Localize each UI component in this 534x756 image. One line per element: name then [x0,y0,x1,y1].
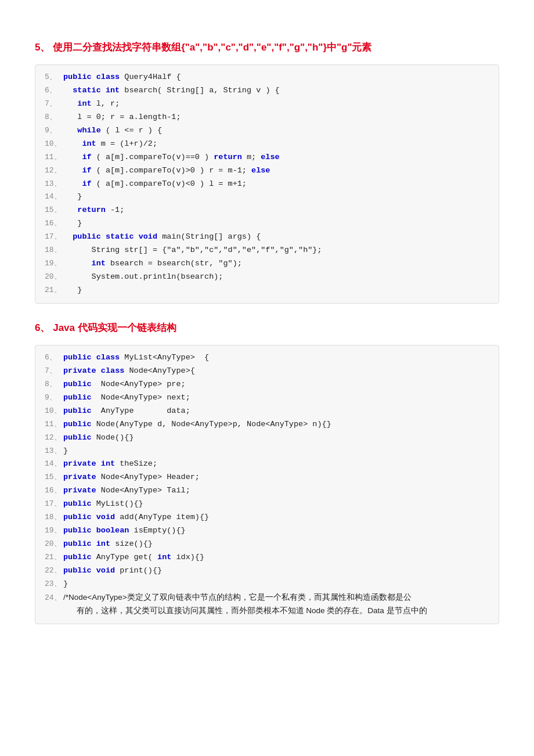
code-line: 24、 /*Node<AnyType>类定义了双向链表中节点的结构，它是一个私有… [45,591,489,618]
code-line: 8、 public Node<AnyType> pre; [45,378,489,391]
code-line: 16、 private Node<AnyType> Tail; [45,484,489,498]
code-line: 19、 public boolean isEmpty(){} [45,524,489,538]
code-line: 7、 int l, r; [45,98,489,111]
code-line: 6、 public class MyList<AnyType> { [45,351,489,365]
code-line: 11、 if ( a[m].compareTo(v)==0 ) return m… [45,151,489,164]
code-line: 12、 if ( a[m].compareTo(v)>0 ) r = m-1; … [45,164,489,178]
code-line: 18、 public void add(AnyType item){} [45,511,489,524]
code-line: 6、 static int bsearch( String[] a, Strin… [45,84,489,98]
code-line: 21、 public AnyType get( int idx){} [45,551,489,564]
code-line: 17、 public static void main(String[] arg… [45,231,489,244]
section-6-title: 6、 Java 代码实现一个链表结构 [35,321,499,334]
code-line: 9、 while ( l <= r ) { [45,124,489,138]
section-5-title: 5、 使用二分查找法找字符串数组{"a","b","c","d","e","f"… [35,41,499,54]
code-line: 22、 public void print(){} [45,564,489,578]
code-line: 23、 } [45,578,489,591]
code-line: 11、 public Node(AnyType d, Node<AnyType>… [45,418,489,431]
code-line: 19、 int bsearch = bsearch(str, "g"); [45,257,489,271]
section-5-code: 5、 public class Query4Half { 6、 static i… [35,64,499,304]
code-line: 8、 l = 0; r = a.length-1; [45,111,489,124]
code-line: 20、 System.out.println(bsearch); [45,271,489,284]
code-line: 17、 public MyList(){} [45,498,489,511]
code-line: 7、 private class Node<AnyType>{ [45,365,489,378]
section-6: 6、 Java 代码实现一个链表结构 6、 public class MyLis… [35,321,499,624]
code-line: 15、 private Node<AnyType> Header; [45,471,489,484]
code-line: 13、 } [45,445,489,458]
section-5: 5、 使用二分查找法找字符串数组{"a","b","c","d","e","f"… [35,41,499,304]
code-line: 10、 int m = (l+r)/2; [45,138,489,151]
code-line: 5、 public class Query4Half { [45,71,489,84]
code-line: 20、 public int size(){} [45,538,489,551]
code-line: 16、 } [45,217,489,231]
code-line: 15、 return -1; [45,204,489,217]
code-line: 13、 if ( a[m].compareTo(v)<0 ) l = m+1; [45,178,489,191]
code-line: 10、 public AnyType data; [45,405,489,418]
code-line: 14、 } [45,190,489,204]
code-line: 21、 } [45,284,489,297]
code-line: 18、 String str[] = {"a","b","c","d","e",… [45,244,489,257]
code-line: 9、 public Node<AnyType> next; [45,391,489,405]
code-line: 14、 private int theSize; [45,458,489,471]
section-6-code: 6、 public class MyList<AnyType> { 7、 pri… [35,345,499,624]
code-line: 12、 public Node(){} [45,431,489,445]
